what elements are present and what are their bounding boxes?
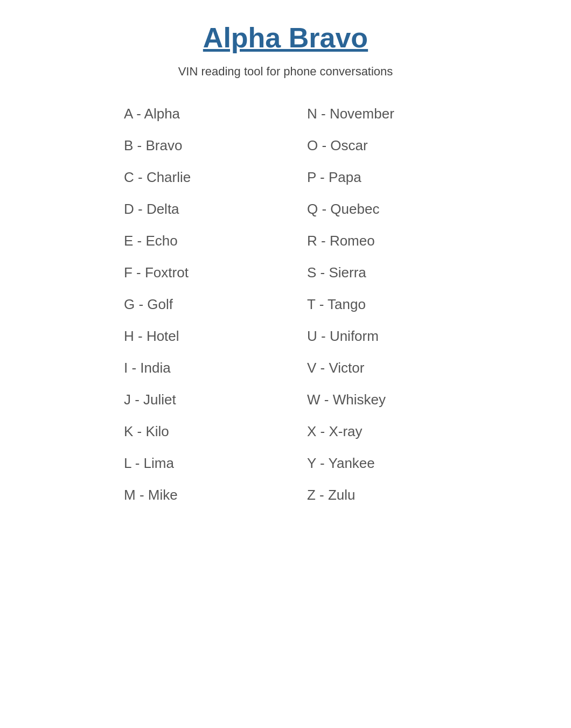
- alphabet-item: H - Hotel: [124, 328, 264, 345]
- alphabet-item: U - Uniform: [307, 328, 447, 345]
- alphabet-item: B - Bravo: [124, 137, 264, 154]
- alphabet-item: X - X-ray: [307, 423, 447, 440]
- alphabet-item: M - Mike: [124, 487, 264, 503]
- alphabet-item: Y - Yankee: [307, 455, 447, 472]
- alphabet-item: K - Kilo: [124, 423, 264, 440]
- alphabet-item: S - Sierra: [307, 264, 447, 281]
- alphabet-item: O - Oscar: [307, 137, 447, 154]
- alphabet-item: T - Tango: [307, 296, 447, 313]
- alphabet-item: V - Victor: [307, 360, 447, 376]
- alphabet-item: R - Romeo: [307, 233, 447, 249]
- alphabet-item: J - Juliet: [124, 391, 264, 408]
- alphabet-item: D - Delta: [124, 201, 264, 218]
- page-title: Alpha Bravo: [203, 22, 368, 54]
- alphabet-item: I - India: [124, 360, 264, 376]
- alphabet-item: E - Echo: [124, 233, 264, 249]
- alphabet-item: Z - Zulu: [307, 487, 447, 503]
- alphabet-grid: A - AlphaN - NovemberB - BravoO - OscarC…: [124, 106, 447, 503]
- alphabet-item: Q - Quebec: [307, 201, 447, 218]
- alphabet-item: N - November: [307, 106, 447, 122]
- alphabet-item: P - Papa: [307, 169, 447, 186]
- alphabet-item: G - Golf: [124, 296, 264, 313]
- alphabet-item: F - Foxtrot: [124, 264, 264, 281]
- alphabet-item: A - Alpha: [124, 106, 264, 122]
- alphabet-item: L - Lima: [124, 455, 264, 472]
- page-subtitle: VIN reading tool for phone conversations: [178, 65, 393, 79]
- alphabet-item: C - Charlie: [124, 169, 264, 186]
- alphabet-item: W - Whiskey: [307, 391, 447, 408]
